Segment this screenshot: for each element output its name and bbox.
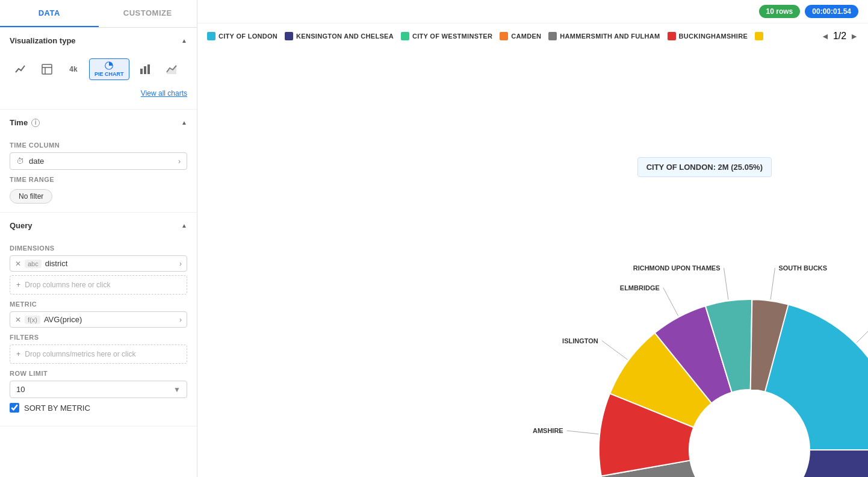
filters-placeholder: Drop columns/metrics here or click bbox=[25, 350, 135, 358]
viz-type-header[interactable]: Visualization type ▲ bbox=[0, 28, 197, 54]
drop-plus-icon: + bbox=[16, 281, 20, 289]
svg-line-23 bbox=[663, 287, 678, 316]
tabs: DATA CUSTOMIZE bbox=[0, 0, 197, 28]
legend-page: 1/2 bbox=[833, 31, 846, 42]
time-header[interactable]: Time i ▲ bbox=[0, 110, 197, 136]
query-title: Query bbox=[10, 221, 33, 230]
area-chart-icon[interactable] bbox=[161, 58, 182, 80]
badge-row: 10 rows 00:00:01.54 bbox=[759, 5, 858, 18]
query-section: Query ▲ DIMENSIONS ✕ abc district › + Dr… bbox=[0, 213, 197, 426]
legend-color-3 bbox=[500, 32, 508, 40]
time-range-label: TIME RANGE bbox=[10, 176, 187, 183]
dimension-arrow[interactable]: › bbox=[179, 260, 182, 268]
legend-label-1: KENSINGTON AND CHELSEA bbox=[296, 33, 394, 40]
sort-by-metric-row: SORT BY METRIC bbox=[10, 398, 187, 417]
legend-label-0: CITY OF LONDON bbox=[219, 33, 277, 40]
dimension-remove[interactable]: ✕ bbox=[15, 260, 21, 268]
svg-line-21 bbox=[602, 340, 628, 360]
svg-line-9 bbox=[857, 320, 868, 342]
svg-rect-6 bbox=[147, 64, 150, 74]
metric-label: METRIC bbox=[10, 301, 187, 308]
time-column-label: TIME COLUMN bbox=[10, 142, 187, 149]
time-section: Time i ▲ TIME COLUMN ⏱ date › TIME RANGE… bbox=[0, 110, 197, 213]
svg-rect-0 bbox=[42, 64, 52, 74]
dimensions-placeholder: Drop columns here or click bbox=[25, 281, 110, 289]
legend-prev-btn[interactable]: ◄ bbox=[821, 31, 829, 41]
legend-next-btn[interactable]: ► bbox=[850, 31, 858, 41]
legend-label-5: BUCKINGHAMSHIRE bbox=[679, 33, 748, 40]
svg-line-25 bbox=[724, 267, 728, 299]
time-badge: 00:00:01.54 bbox=[805, 5, 858, 18]
pie-chart-label: PIE CHART bbox=[95, 71, 124, 77]
legend-label-2: CITY OF WESTMINSTER bbox=[412, 33, 492, 40]
no-filter-button[interactable]: No filter bbox=[10, 189, 52, 204]
clock-icon: ⏱ bbox=[16, 157, 24, 166]
rows-badge: 10 rows bbox=[759, 5, 801, 18]
tab-customize[interactable]: CUSTOMIZE bbox=[99, 0, 197, 27]
dimension-value: district bbox=[45, 259, 176, 268]
big-number-icon[interactable]: 4k bbox=[63, 58, 84, 80]
svg-rect-5 bbox=[144, 66, 146, 74]
legend-item-4: HAMMERSMITH AND FULHAM bbox=[548, 32, 660, 40]
legend: CITY OF LONDON KENSINGTON AND CHELSEA CI… bbox=[197, 23, 868, 49]
chart-area: CITY OF LONDONKENSINGTON AND CHELSEACITY… bbox=[197, 49, 868, 477]
time-column-arrow[interactable]: › bbox=[178, 157, 181, 166]
sort-by-metric-checkbox[interactable] bbox=[10, 403, 19, 413]
legend-nav: ◄ 1/2 ► bbox=[821, 31, 858, 42]
filters-label: FILTERS bbox=[10, 334, 187, 341]
time-chevron: ▲ bbox=[181, 119, 187, 126]
line-chart-icon[interactable] bbox=[10, 58, 31, 80]
legend-color-4 bbox=[548, 32, 557, 40]
svg-text:BUCKINGHAMSHIRE: BUCKINGHAMSHIRE bbox=[533, 427, 563, 434]
row-limit-value: 10 bbox=[16, 385, 25, 394]
row-limit-select[interactable]: 10 ▼ bbox=[10, 381, 187, 398]
tooltip: CITY OF LONDON: 2M (25.05%) bbox=[637, 157, 772, 177]
tab-data[interactable]: DATA bbox=[0, 0, 99, 27]
query-header[interactable]: Query ▲ bbox=[0, 213, 197, 238]
filters-drop-zone[interactable]: + Drop columns/metrics here or click bbox=[10, 344, 187, 364]
metric-tag: ✕ f(x) AVG(price) › bbox=[10, 311, 187, 328]
row-limit-arrow: ▼ bbox=[173, 385, 181, 394]
legend-color-extra bbox=[755, 32, 763, 40]
legend-label-3: CAMDEN bbox=[511, 33, 541, 40]
view-all-charts[interactable]: View all charts bbox=[10, 85, 187, 101]
viz-type-chevron: ▲ bbox=[181, 37, 187, 44]
legend-color-0 bbox=[207, 32, 215, 40]
right-panel: 10 rows 00:00:01.54 CITY OF LONDON KENSI… bbox=[197, 0, 868, 477]
viz-type-content: 4k PIE CHART View all charts bbox=[0, 54, 197, 109]
chart-labels: CITY OF LONDONKENSINGTON AND CHELSEACITY… bbox=[533, 263, 868, 478]
time-info-icon[interactable]: i bbox=[31, 119, 40, 127]
top-bar: 10 rows 00:00:01.54 bbox=[197, 0, 868, 23]
query-content: DIMENSIONS ✕ abc district › + Drop colum… bbox=[0, 245, 197, 426]
metric-type: f(x) bbox=[25, 316, 40, 324]
time-title: Time i bbox=[10, 118, 40, 127]
viz-type-title: Visualization type bbox=[10, 36, 76, 45]
filters-plus-icon: + bbox=[16, 350, 20, 358]
table-icon[interactable] bbox=[36, 58, 58, 80]
legend-item-2: CITY OF WESTMINSTER bbox=[401, 32, 492, 40]
pie-chart-icon[interactable]: PIE CHART bbox=[89, 58, 129, 80]
viz-icon-row: 4k PIE CHART bbox=[10, 54, 187, 85]
svg-text:ELMBRIDGE: ELMBRIDGE bbox=[620, 284, 660, 291]
metric-value: AVG(price) bbox=[44, 315, 176, 324]
bar-chart-icon[interactable] bbox=[134, 58, 156, 80]
svg-text:RICHMOND UPON THAMES: RICHMOND UPON THAMES bbox=[633, 264, 721, 271]
svg-line-19 bbox=[567, 431, 599, 434]
row-limit-label: ROW LIMIT bbox=[10, 370, 187, 377]
dimension-tag: ✕ abc district › bbox=[10, 255, 187, 272]
dimensions-label: DIMENSIONS bbox=[10, 245, 187, 252]
dimension-type: abc bbox=[25, 260, 42, 268]
svg-line-27 bbox=[770, 267, 775, 299]
svg-rect-4 bbox=[140, 69, 143, 74]
dimensions-drop-zone[interactable]: + Drop columns here or click bbox=[10, 275, 187, 295]
metric-arrow[interactable]: › bbox=[179, 316, 182, 324]
time-column-input[interactable]: ⏱ date › bbox=[10, 152, 187, 170]
legend-color-5 bbox=[668, 32, 676, 40]
metric-remove[interactable]: ✕ bbox=[15, 316, 21, 324]
legend-item-3: CAMDEN bbox=[500, 32, 541, 40]
query-chevron: ▲ bbox=[181, 222, 187, 229]
viz-type-section: Visualization type ▲ 4k PIE CHART bbox=[0, 28, 197, 110]
legend-item-5: BUCKINGHAMSHIRE bbox=[668, 32, 748, 40]
legend-item-1: KENSINGTON AND CHELSEA bbox=[285, 32, 394, 40]
legend-color-2 bbox=[401, 32, 409, 40]
